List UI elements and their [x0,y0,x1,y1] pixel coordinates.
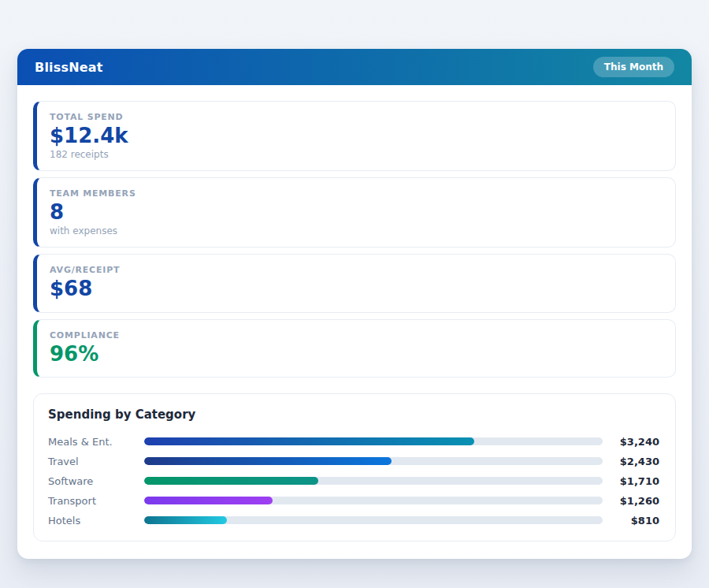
category-value: $2,430 [603,456,659,467]
category-label: Transport [48,495,144,507]
app-header: BlissNeat This Month [17,49,692,85]
category-bar-track [144,516,603,524]
dashboard-panel: BlissNeat This Month TOTAL SPEND $12.4k … [17,49,692,559]
stat-subtitle: 182 receipts [50,149,663,160]
spending-by-category-card: Spending by Category Meals & Ent. $3,240… [33,393,676,541]
stat-label: AVG/RECEIPT [50,265,663,275]
stat-value: $12.4k [50,124,663,148]
category-bar-track [144,437,603,445]
category-row-software: Software $1,710 [48,471,659,491]
page-background: BlissNeat This Month TOTAL SPEND $12.4k … [0,0,709,588]
category-label: Software [48,475,144,487]
category-label: Travel [48,456,144,467]
stat-value: 96% [50,342,663,367]
category-row-meals: Meals & Ent. $3,240 [48,432,659,452]
category-bar-track [144,477,603,485]
category-row-hotels: Hotels $810 [48,511,659,530]
stat-card-team-members: TEAM MEMBERS 8 with expenses [33,177,676,247]
category-value: $3,240 [603,436,659,448]
category-value: $810 [603,515,659,527]
category-row-transport: Transport $1,260 [48,491,659,511]
category-bar-track [144,497,603,504]
stats-section: TOTAL SPEND $12.4k 182 receipts TEAM MEM… [17,85,692,378]
category-bar-fill [144,457,392,465]
category-bar-fill [144,477,318,485]
category-bar-fill [144,437,474,445]
stat-label: TOTAL SPEND [50,112,663,122]
category-label: Hotels [48,515,144,527]
stat-card-total-spend: TOTAL SPEND $12.4k 182 receipts [33,101,676,171]
category-bar-fill [144,497,273,504]
stat-label: COMPLIANCE [50,330,663,341]
category-value: $1,260 [603,495,659,507]
app-title: BlissNeat [35,60,103,75]
period-badge[interactable]: This Month [593,57,674,77]
stat-subtitle: with expenses [50,225,663,236]
stat-card-compliance: COMPLIANCE 96% [33,319,676,378]
stat-card-avg-receipt: AVG/RECEIPT $68 [33,254,676,312]
stat-value: $68 [50,277,663,301]
category-row-travel: Travel $2,430 [48,452,659,471]
chart-title: Spending by Category [48,408,659,422]
category-bar-track [144,457,603,465]
stat-value: 8 [50,200,663,225]
category-bar-fill [144,516,227,524]
category-label: Meals & Ent. [48,436,144,448]
stat-label: TEAM MEMBERS [50,188,663,199]
category-value: $1,710 [603,475,659,487]
